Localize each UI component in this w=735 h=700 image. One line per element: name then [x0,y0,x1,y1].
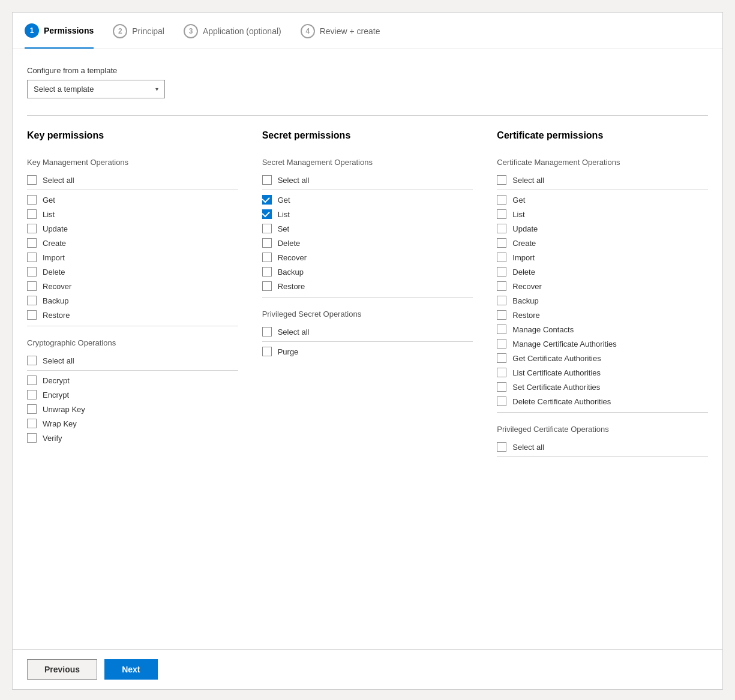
cert-manage-contacts-cb[interactable] [497,325,506,334]
cert-get[interactable]: Get [497,193,708,207]
key-encrypt-cb[interactable] [27,390,37,399]
secret-backup[interactable]: Backup [262,265,473,279]
secret-delete[interactable]: Delete [262,236,473,250]
key-delete-cb[interactable] [27,267,37,277]
key-verify-cb[interactable] [27,433,37,443]
secret-mgmt-select-all[interactable]: Select all [262,173,473,190]
cert-mgmt-select-all-cb[interactable] [497,175,506,185]
key-restore-cb[interactable] [27,310,37,320]
cert-recover-cb[interactable] [497,281,506,291]
crypto-select-all-cb[interactable] [27,356,37,365]
key-import[interactable]: Import [27,250,238,265]
cert-update[interactable]: Update [497,221,708,236]
secret-get-cb[interactable] [262,195,272,205]
key-mgmt-select-all[interactable]: Select all [27,173,238,190]
key-verify[interactable]: Verify [27,431,238,445]
crypto-select-all-label: Select all [43,356,74,365]
cert-recover[interactable]: Recover [497,279,708,293]
key-update-cb[interactable] [27,224,37,233]
priv-secret-select-all-cb[interactable] [262,327,272,337]
previous-button[interactable]: Previous [27,659,97,680]
cert-manage-ca-cb[interactable] [497,339,506,349]
key-update[interactable]: Update [27,221,238,236]
secret-set[interactable]: Set [262,221,473,236]
secret-purge[interactable]: Purge [262,344,473,359]
tab-permissions[interactable]: 1 Permissions [25,23,94,49]
cert-delete-ca-cb[interactable] [497,396,506,406]
cert-create[interactable]: Create [497,236,708,250]
cert-list[interactable]: List [497,207,708,221]
key-restore[interactable]: Restore [27,308,238,326]
key-recover[interactable]: Recover [27,279,238,293]
cert-manage-ca[interactable]: Manage Certificate Authorities [497,337,708,351]
cert-update-cb[interactable] [497,224,506,233]
cert-set-ca[interactable]: Set Certificate Authorities [497,380,708,394]
secret-delete-cb[interactable] [262,238,272,248]
key-import-cb[interactable] [27,253,37,262]
tab-review[interactable]: 4 Review + create [301,24,380,48]
secret-recover[interactable]: Recover [262,250,473,265]
key-unwrap-cb[interactable] [27,404,37,414]
next-button[interactable]: Next [104,659,157,680]
priv-secret-select-all[interactable]: Select all [262,325,473,342]
key-encrypt[interactable]: Encrypt [27,387,238,402]
secret-mgmt-section: Secret Management Operations Select all … [262,155,473,304]
key-mgmt-select-all-cb[interactable] [27,175,37,185]
key-list-cb[interactable] [27,209,37,219]
cert-import[interactable]: Import [497,250,708,265]
template-dropdown[interactable]: Select a template ▾ [27,80,165,98]
key-mgmt-section-title: Key Management Operations [27,158,238,167]
secret-get[interactable]: Get [262,193,473,207]
key-wrap[interactable]: Wrap Key [27,416,238,431]
cert-list-ca[interactable]: List Certificate Authorities [497,365,708,380]
key-get[interactable]: Get [27,193,238,207]
key-create-cb[interactable] [27,238,37,248]
cert-delete-ca[interactable]: Delete Certificate Authorities [497,394,708,413]
cert-backup[interactable]: Backup [497,293,708,308]
tab-principal[interactable]: 2 Principal [113,24,164,48]
cert-delete-cb[interactable] [497,267,506,277]
cert-list-ca-cb[interactable] [497,368,506,377]
secret-recover-cb[interactable] [262,253,272,262]
key-unwrap[interactable]: Unwrap Key [27,402,238,416]
secret-set-cb[interactable] [262,224,272,233]
cert-list-cb[interactable] [497,209,506,219]
footer: Previous Next [13,649,722,689]
crypto-select-all[interactable]: Select all [27,353,238,371]
priv-cert-select-all-cb[interactable] [497,442,506,452]
cert-restore-cb[interactable] [497,310,506,320]
secret-purge-cb[interactable] [262,347,272,356]
crypto-section-title: Cryptographic Operations [27,338,238,347]
key-get-cb[interactable] [27,195,37,205]
secret-restore[interactable]: Restore [262,279,473,298]
secret-list-cb[interactable] [262,209,272,219]
cert-set-ca-cb[interactable] [497,382,506,392]
cert-create-cb[interactable] [497,238,506,248]
cert-get-ca[interactable]: Get Certificate Authorities [497,351,708,365]
key-create[interactable]: Create [27,236,238,250]
key-list[interactable]: List [27,207,238,221]
key-recover-cb[interactable] [27,281,37,291]
cert-restore[interactable]: Restore [497,308,708,322]
cert-manage-contacts[interactable]: Manage Contacts [497,322,708,337]
key-backup[interactable]: Backup [27,293,238,308]
secret-restore-cb[interactable] [262,281,272,291]
secret-backup-cb[interactable] [262,267,272,277]
cert-get-cb[interactable] [497,195,506,205]
cert-mgmt-select-all[interactable]: Select all [497,173,708,190]
cert-delete[interactable]: Delete [497,265,708,279]
tab-application[interactable]: 3 Application (optional) [184,24,281,48]
secret-list[interactable]: List [262,207,473,221]
secret-mgmt-select-all-cb[interactable] [262,175,272,185]
key-delete[interactable]: Delete [27,265,238,279]
priv-cert-select-all[interactable]: Select all [497,440,708,457]
key-decrypt[interactable]: Decrypt [27,373,238,387]
cert-backup-cb[interactable] [497,296,506,305]
template-selected-value: Select a template [34,85,94,94]
cert-import-cb[interactable] [497,253,506,262]
key-wrap-cb[interactable] [27,419,37,428]
key-mgmt-section: Key Management Operations Select all Get… [27,155,238,332]
key-decrypt-cb[interactable] [27,375,37,385]
cert-get-ca-cb[interactable] [497,353,506,363]
key-backup-cb[interactable] [27,296,37,305]
